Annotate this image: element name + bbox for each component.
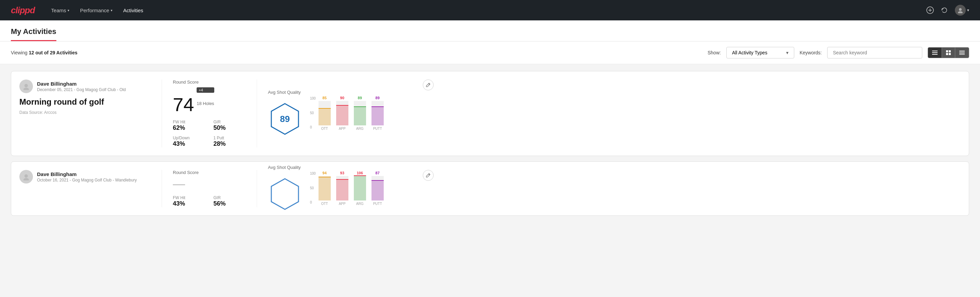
edit-button[interactable]	[423, 170, 434, 181]
bar-value-arg: 106	[357, 171, 363, 175]
add-button[interactable]	[926, 6, 934, 14]
gir-value: 56%	[213, 200, 246, 207]
quality-title: Avg Shot Quality	[268, 90, 301, 95]
bar-label-app: APP	[339, 202, 346, 206]
svg-point-16	[24, 84, 28, 87]
list-view-button[interactable]	[928, 48, 942, 58]
svg-point-20	[24, 174, 28, 178]
bar-fill-putt	[371, 107, 384, 125]
updown-label: Up/Down	[173, 136, 205, 141]
bar-fill-app	[336, 106, 348, 125]
compact-view-button[interactable]	[955, 48, 969, 58]
svg-rect-9	[949, 50, 951, 52]
gir-label: GIR	[213, 195, 246, 200]
bar-value-app: 90	[340, 96, 344, 100]
svg-rect-10	[946, 53, 948, 55]
chevron-down-icon: ▾	[786, 50, 789, 55]
grid-view-button[interactable]	[942, 48, 955, 58]
chevron-down-icon: ▾	[967, 8, 969, 13]
score-display: 74 +4 18 Holes	[173, 87, 246, 114]
user-name: Dave Billingham	[37, 81, 126, 87]
stat-grid: FW Hit 43% GIR 56%	[173, 195, 246, 207]
gir-value: 50%	[213, 125, 246, 131]
avatar	[19, 170, 33, 184]
bar-group-app: 90 APP	[336, 96, 348, 131]
nav-activities[interactable]: Activities	[123, 6, 143, 14]
card-left: Dave Billingham October 16, 2021 - Gog M…	[19, 170, 162, 207]
user-name: Dave Billingham	[37, 171, 137, 177]
one-putt-label: 1 Putt	[213, 136, 246, 141]
svg-rect-6	[932, 52, 937, 53]
stat-grid: FW Hit 62% GIR 50% Up/Down 43% 1 Putt 28…	[173, 120, 246, 147]
score-main: 74	[173, 95, 194, 114]
fw-hit-value: 43%	[173, 200, 205, 207]
bar-fill-ott	[318, 177, 331, 201]
hexagon-container	[268, 176, 302, 213]
fw-hit-label: FW Hit	[173, 195, 205, 200]
user-info: Dave Billingham December 05, 2021 - Gog …	[19, 80, 151, 93]
bar-value-arg: 89	[358, 96, 362, 100]
bar-label-ott: OTT	[321, 202, 328, 206]
bar-value-app: 93	[340, 171, 344, 175]
card-actions	[420, 170, 434, 207]
bar-value-ott: 85	[323, 96, 327, 100]
card-quality: Avg Shot Quality 89 100 50 0	[257, 80, 420, 147]
pencil-icon	[426, 83, 431, 87]
bar-value-putt: 89	[375, 96, 380, 100]
fw-hit-label: FW Hit	[173, 120, 205, 125]
main-content: Dave Billingham December 05, 2021 - Gog …	[0, 64, 980, 223]
svg-rect-12	[959, 51, 965, 51]
refresh-button[interactable]	[940, 6, 948, 14]
bar-fill-ott	[318, 109, 331, 125]
search-input[interactable]	[827, 47, 922, 59]
activity-type-dropdown[interactable]: All Activity Types ▾	[726, 47, 794, 59]
avatar	[19, 80, 33, 93]
page-title: My Activities	[11, 21, 56, 41]
activity-card: Dave Billingham October 16, 2021 - Gog M…	[11, 161, 969, 216]
hexagon-svg	[270, 177, 300, 211]
bar-group-putt: 89 PUTT	[371, 96, 384, 131]
card-stats: Round Score — FW Hit 43% GIR 56%	[162, 170, 257, 207]
logo[interactable]: clippd	[11, 5, 35, 16]
score-display: —	[173, 178, 246, 190]
bar-chart-wrapper: 100 50 0 85 OTT	[310, 96, 409, 131]
updown-value: 43%	[173, 141, 205, 147]
quality-title: Avg Shot Quality	[268, 165, 301, 170]
card-stats: Round Score 74 +4 18 Holes FW Hit 62% GI…	[162, 80, 257, 147]
quality-section: Avg Shot Quality 89	[268, 90, 302, 137]
svg-line-19	[428, 84, 430, 85]
svg-rect-13	[959, 52, 965, 53]
user-menu-button[interactable]: ▾	[955, 5, 969, 16]
svg-point-4	[958, 11, 963, 13]
score-badge: +4	[197, 87, 214, 93]
pencil-icon	[426, 173, 431, 178]
avatar	[955, 5, 966, 16]
bar-fill-arg	[354, 107, 366, 125]
nav-performance[interactable]: Performance ▾	[80, 6, 112, 14]
filter-bar: Viewing 12 out of 29 Activities Show: Al…	[0, 42, 980, 64]
bar-label-putt: PUTT	[373, 127, 382, 131]
hexagon-container: 89	[268, 100, 302, 137]
edit-button[interactable]	[423, 80, 434, 90]
show-label: Show:	[708, 50, 721, 55]
score-main: —	[173, 178, 185, 190]
svg-rect-5	[932, 51, 937, 51]
bar-fill-arg	[354, 176, 366, 201]
svg-rect-11	[949, 53, 951, 55]
bar-label-ott: OTT	[321, 127, 328, 131]
activity-card: Dave Billingham December 05, 2021 - Gog …	[11, 71, 969, 156]
card-quality: Avg Shot Quality 100 50 0 9	[257, 170, 420, 207]
bar-marker-putt	[371, 106, 384, 107]
bar-fill-app	[336, 180, 348, 201]
svg-marker-22	[271, 179, 299, 209]
bar-chart-wrapper: 100 50 0 94 OTT	[310, 172, 409, 206]
quality-section: Avg Shot Quality	[268, 165, 302, 213]
bar-label-putt: PUTT	[373, 202, 382, 206]
bar-value-ott: 94	[323, 171, 327, 175]
chart-bars: 94 OTT 93	[318, 175, 384, 206]
bar-group-app: 93 APP	[336, 171, 348, 206]
bar-chart: 100 50 0 85 OTT	[310, 96, 409, 131]
nav-teams[interactable]: Teams ▾	[51, 6, 69, 14]
svg-point-17	[24, 88, 29, 90]
keywords-label: Keywords:	[800, 50, 822, 55]
